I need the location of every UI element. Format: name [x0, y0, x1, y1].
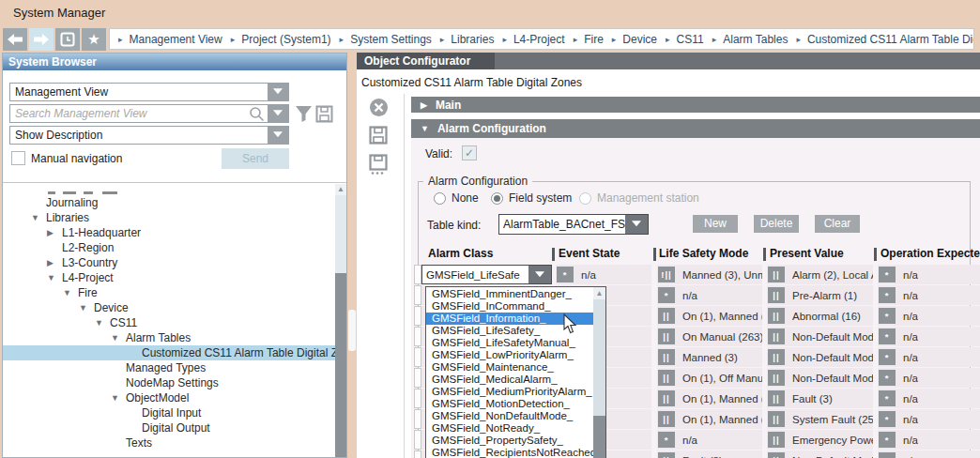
dropdown-item[interactable]: GMSField_InCommand_ [426, 300, 593, 313]
table-kind-selector[interactable]: AlarmTable_BACnet_FS20 [498, 214, 649, 235]
dropdown-item[interactable]: GMSField_MedicalAlarm_ [426, 374, 593, 386]
tree-item[interactable]: L2-Region [3, 240, 335, 255]
row-selector[interactable] [414, 327, 421, 346]
valid-checkbox[interactable]: ✓ [462, 145, 477, 160]
tree-item[interactable]: ▼CS11 [3, 315, 335, 330]
tree-item[interactable]: ▼ObjectModel [3, 390, 335, 405]
scrollbar-thumb[interactable] [593, 416, 605, 458]
tree-item[interactable]: Managed Types [3, 360, 335, 375]
close-icon[interactable] [369, 98, 389, 117]
section-collapsed-icon[interactable]: ▶ [421, 100, 427, 110]
search-options-chevron-icon[interactable] [268, 105, 288, 122]
delete-button[interactable]: Delete [754, 215, 799, 233]
scroll-up-icon[interactable]: ▲ [335, 184, 346, 195]
tree-expanded-icon[interactable]: ▼ [111, 333, 126, 343]
dropdown-item[interactable]: GMSField_NonDefaultMode_ [426, 410, 593, 422]
tree-item[interactable]: ▶L3-Country [3, 255, 335, 270]
dropdown-item[interactable]: GMSField_NotReady_ [426, 422, 593, 435]
tab-object-configurator[interactable]: Object Configurator [357, 53, 495, 69]
row-selector[interactable] [414, 409, 421, 429]
dropdown-item[interactable]: GMSField_LowPriorityAlarm_ [426, 349, 593, 361]
tree-item[interactable]: Digital Output [3, 420, 335, 435]
breadcrumb-item[interactable]: Project (System1) [241, 33, 330, 46]
tree-expanded-icon[interactable]: ▼ [47, 273, 62, 282]
section-expanded-icon[interactable]: ▼ [421, 124, 429, 133]
tree-expanded-icon[interactable]: ▼ [31, 213, 46, 222]
manual-navigation-checkbox[interactable] [11, 151, 25, 165]
filter-icon[interactable] [295, 105, 313, 123]
tree-expanded-icon[interactable]: ▼ [79, 303, 94, 313]
save-as-icon[interactable] [369, 154, 388, 176]
tree-scrollbar[interactable]: ▲ [335, 184, 346, 457]
radio-selected-icon[interactable] [491, 192, 503, 205]
tree-item[interactable]: Journaling [3, 195, 335, 210]
breadcrumb-item[interactable]: Alarm Tables [723, 33, 788, 46]
search-input[interactable] [10, 107, 249, 120]
scroll-up-icon[interactable]: ▲ [593, 287, 605, 299]
panel-splitter[interactable] [348, 310, 356, 351]
forward-button[interactable] [29, 28, 54, 51]
row-selector[interactable] [414, 389, 421, 408]
row-selector[interactable] [414, 285, 421, 305]
tree-item[interactable]: ▼Device [3, 300, 335, 315]
tree-collapsed-icon[interactable]: ▶ [47, 228, 62, 237]
dropdown-item[interactable]: GMSField_PropertySafety_ [426, 435, 593, 447]
breadcrumb-item[interactable]: System Settings [350, 33, 432, 46]
tree-expanded-icon[interactable]: ▼ [95, 318, 110, 328]
save-icon[interactable] [369, 126, 388, 145]
chevron-down-icon[interactable] [528, 266, 551, 283]
clear-button[interactable]: Clear [815, 215, 860, 233]
tree-item[interactable]: ▼Fire [3, 285, 335, 300]
dropdown-item[interactable]: GMSField_RecipientsNotReached_ [426, 447, 593, 458]
dropdown-item[interactable]: GMSField_MotionDetection_ [426, 398, 593, 410]
radio-none[interactable]: None [434, 191, 479, 205]
tree-expanded-icon[interactable]: ▼ [111, 393, 126, 403]
history-button[interactable] [55, 28, 80, 51]
row-selector[interactable] [414, 450, 421, 458]
alarm-class-combobox[interactable]: GMSField_LifeSafe [421, 265, 552, 284]
dropdown-scrollbar[interactable]: ▲ [593, 287, 605, 458]
favorites-button[interactable]: ★ [82, 28, 106, 51]
breadcrumb-item[interactable]: Fire [584, 33, 604, 46]
tree-item[interactable]: NodeMap Settings [3, 375, 335, 390]
dropdown-item[interactable]: GMSField_Maintenance_ [426, 361, 593, 374]
section-main[interactable]: ▶ Main [411, 97, 980, 113]
breadcrumb-item[interactable]: CS11 [677, 33, 704, 46]
tree-item[interactable]: ▼L4-Project [3, 270, 335, 285]
row-selector[interactable] [414, 306, 421, 326]
breadcrumb-item[interactable]: L4-Project [513, 33, 565, 46]
tree-item[interactable]: ▼Libraries [3, 210, 335, 225]
back-button[interactable] [3, 28, 27, 51]
tree-item[interactable]: ▶L1-Headquarter [3, 225, 335, 240]
scrollbar-thumb[interactable] [335, 273, 346, 457]
chevron-down-icon[interactable] [268, 127, 288, 144]
radio-off-icon[interactable] [434, 192, 446, 205]
description-selector[interactable]: Show Description [9, 126, 289, 145]
send-button[interactable]: Send [222, 148, 289, 169]
row-selector[interactable] [414, 368, 421, 388]
tree-collapsed-icon[interactable]: ▶ [47, 258, 62, 267]
dropdown-item[interactable]: GMSField_LifeSafetyManual_ [426, 337, 593, 349]
radio-field-system[interactable]: Field system [491, 191, 572, 205]
dropdown-item[interactable]: GMSField_MediumPriorityAlarm_ [426, 386, 593, 398]
save-filter-icon[interactable] [315, 105, 333, 123]
section-alarm-configuration[interactable]: ▼ Alarm Configuration [411, 119, 980, 138]
tree-item[interactable]: Texts [3, 435, 335, 450]
chevron-down-icon[interactable] [268, 84, 288, 100]
breadcrumb-item[interactable]: Device [622, 33, 657, 46]
search-icon[interactable] [249, 106, 265, 122]
view-selector[interactable]: Management View [9, 83, 289, 101]
breadcrumb-item[interactable]: Management View [130, 33, 222, 46]
breadcrumb-item[interactable]: Libraries [451, 33, 494, 46]
breadcrumb-item[interactable]: Customized CS11 Alarm Table Digital Zone… [807, 33, 974, 46]
dropdown-item[interactable]: GMSField_ImminentDanger_ [426, 288, 593, 300]
new-button[interactable]: New [693, 215, 738, 233]
tree-item[interactable]: ▼Alarm Tables [3, 330, 335, 345]
row-selector[interactable] [414, 265, 421, 284]
tree-item[interactable]: Digital Input [3, 405, 335, 420]
tree-item-selected[interactable]: Customized CS11 Alarm Table Digital Zone… [3, 345, 335, 360]
table-row[interactable]: GMSField_LifeSafe*n/a!||Manned (3), Unma… [411, 265, 980, 284]
row-selector[interactable] [414, 347, 421, 367]
chevron-down-icon[interactable] [625, 215, 648, 234]
row-selector[interactable] [414, 430, 421, 450]
